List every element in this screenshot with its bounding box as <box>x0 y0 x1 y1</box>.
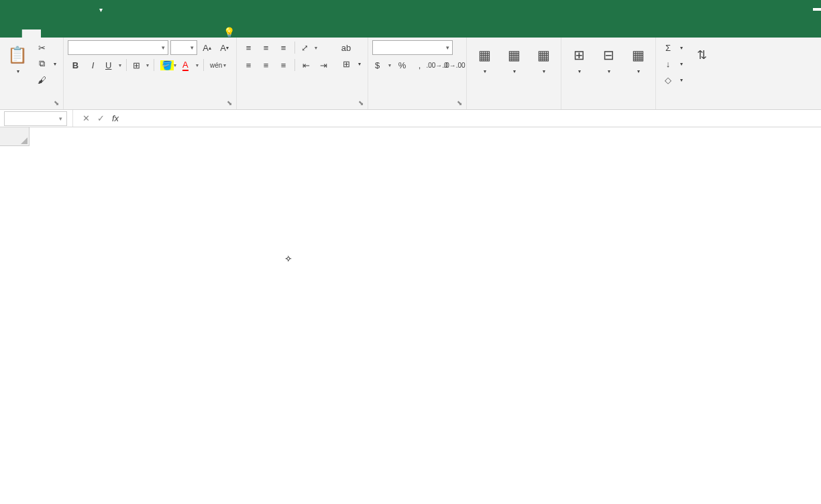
touch-mode-button[interactable] <box>75 1 91 17</box>
group-alignment: ≡ ≡ ≡ ⤢▾ ≡ ≡ ≡ ⇤ ⇥ ab ⊞▾ <box>237 38 368 109</box>
sort-filter-button[interactable]: ⇅ <box>688 40 715 70</box>
fill-button[interactable]: ↓▾ <box>660 56 686 71</box>
eraser-icon: ◇ <box>663 74 673 85</box>
cancel-formula-button[interactable]: ✕ <box>78 111 93 126</box>
tab-file[interactable] <box>3 29 22 38</box>
redo-button[interactable] <box>40 1 56 17</box>
tab-formulas[interactable] <box>78 29 97 38</box>
fx-formula-button[interactable]: fx <box>108 111 123 126</box>
number-launcher[interactable]: ⬊ <box>457 99 462 107</box>
clear-button[interactable]: ◇▾ <box>660 72 686 87</box>
align-center-button[interactable]: ≡ <box>258 58 274 72</box>
font-launcher[interactable]: ⬊ <box>227 99 232 107</box>
fill-color-button[interactable]: 🪣▾ <box>158 58 178 72</box>
cut-button[interactable]: ✂ <box>34 40 59 55</box>
decrease-font-button[interactable]: A▾ <box>217 40 232 55</box>
increase-indent-button[interactable]: ⇥ <box>316 58 331 72</box>
bulb-icon: 💡 <box>223 27 235 38</box>
brush-icon: 🖌 <box>36 74 47 85</box>
currency-button[interactable]: $▾ <box>372 58 392 72</box>
tab-home[interactable] <box>22 29 41 38</box>
format-painter-button[interactable]: 🖌 <box>34 72 59 87</box>
border-button[interactable]: ⊞▾ <box>130 58 150 72</box>
cellstyle-icon: ▦ <box>533 42 554 68</box>
group-number: ▾ $▾ % , .00→.0 .0→.00 ⬊ <box>368 38 467 109</box>
italic-button[interactable]: I <box>85 58 101 72</box>
column-headers <box>30 127 821 146</box>
table-format-button[interactable]: ▦▾ <box>500 40 527 76</box>
qat-customize-button[interactable]: ▾ <box>93 1 109 17</box>
name-box[interactable]: ▾ <box>4 111 67 126</box>
login-button[interactable] <box>813 8 821 11</box>
number-format-combo[interactable]: ▾ <box>372 40 453 55</box>
decrease-decimal-button[interactable]: .0→.00 <box>447 58 462 72</box>
underline-button[interactable]: U▾ <box>103 58 123 72</box>
formula-input[interactable] <box>123 111 821 126</box>
autosum-button[interactable]: Σ▾ <box>660 40 686 55</box>
orientation-button[interactable]: ⤢▾ <box>298 40 319 55</box>
paste-icon: 📋 <box>7 42 28 68</box>
fx-button[interactable] <box>58 1 74 17</box>
align-middle-button[interactable]: ≡ <box>258 40 274 55</box>
font-color-button[interactable]: A▾ <box>180 58 200 72</box>
clipboard-launcher[interactable]: ⬊ <box>54 99 59 107</box>
font-size-combo[interactable]: ▾ <box>170 40 197 55</box>
group-cells: ⊞▾ ⊟▾ ▦▾ <box>561 38 656 109</box>
select-all-button[interactable] <box>0 127 30 146</box>
conditional-format-button[interactable]: ▦▾ <box>471 40 498 76</box>
undo-button[interactable] <box>23 1 39 17</box>
wrap-icon: ab <box>341 42 351 53</box>
cell-styles-button[interactable]: ▦▾ <box>530 40 557 76</box>
increase-font-button[interactable]: A▴ <box>199 40 215 55</box>
tab-pagelayout[interactable] <box>60 29 78 38</box>
save-button[interactable] <box>5 1 21 17</box>
cells-area[interactable] <box>30 146 821 504</box>
format-cells-button[interactable]: ▦▾ <box>624 40 651 76</box>
format-icon: ▦ <box>627 42 649 68</box>
align-right-button[interactable]: ≡ <box>276 58 291 72</box>
insert-cells-button[interactable]: ⊞▾ <box>565 40 592 76</box>
comma-button[interactable]: , <box>412 58 427 72</box>
title-bar: ▾ <box>0 0 821 19</box>
group-editing: Σ▾ ↓▾ ◇▾ ⇅ <box>656 38 719 109</box>
tab-insert[interactable] <box>41 29 60 38</box>
scissors-icon: ✂ <box>36 42 47 53</box>
conditional-icon: ▦ <box>474 42 495 68</box>
spreadsheet-grid: ✧ <box>0 127 821 504</box>
align-top-button[interactable]: ≡ <box>241 40 256 55</box>
sigma-icon: Σ <box>663 42 673 53</box>
tab-developer[interactable] <box>154 29 172 38</box>
delete-icon: ⊟ <box>598 42 619 68</box>
phonetic-button[interactable]: wén▾ <box>207 58 227 72</box>
tab-powerpivot[interactable] <box>191 29 210 38</box>
align-bottom-button[interactable]: ≡ <box>276 40 291 55</box>
merge-icon: ⊞ <box>341 58 351 69</box>
tab-help[interactable] <box>172 29 191 38</box>
merge-center-button[interactable]: ⊞▾ <box>338 56 364 71</box>
delete-cells-button[interactable]: ⊟▾ <box>595 40 622 76</box>
wrap-text-button[interactable]: ab <box>338 40 364 55</box>
tab-review[interactable] <box>116 29 135 38</box>
copy-icon: ⧉ <box>36 58 47 69</box>
copy-button[interactable]: ⧉▾ <box>34 56 59 71</box>
ribbon-tabs: 💡 <box>0 19 821 38</box>
group-font: ▾ ▾ A▴ A▾ B I U▾ ⊞▾ 🪣▾ A▾ wén▾ ⬊ <box>64 38 237 109</box>
fill-icon: ↓ <box>663 58 673 69</box>
group-clipboard: 📋 ▾ ✂ ⧉▾ 🖌 ⬊ <box>0 38 64 109</box>
increase-decimal-button[interactable]: .00→.0 <box>429 58 445 72</box>
tab-view[interactable] <box>135 29 154 38</box>
decrease-indent-button[interactable]: ⇤ <box>298 58 314 72</box>
align-launcher[interactable]: ⬊ <box>358 99 364 107</box>
group-styles: ▦▾ ▦▾ ▦▾ <box>467 38 561 109</box>
align-left-button[interactable]: ≡ <box>241 58 256 72</box>
quick-access-toolbar: ▾ <box>0 1 109 17</box>
enter-formula-button[interactable]: ✓ <box>93 111 108 126</box>
paste-button[interactable]: 📋 ▾ <box>4 40 31 76</box>
bold-button[interactable]: B <box>68 58 83 72</box>
font-name-combo[interactable]: ▾ <box>68 40 168 55</box>
insert-icon: ⊞ <box>568 42 590 68</box>
tell-me-search[interactable]: 💡 <box>223 27 239 38</box>
tab-data[interactable] <box>97 29 116 38</box>
percent-button[interactable]: % <box>394 58 410 72</box>
table-icon: ▦ <box>503 42 525 68</box>
